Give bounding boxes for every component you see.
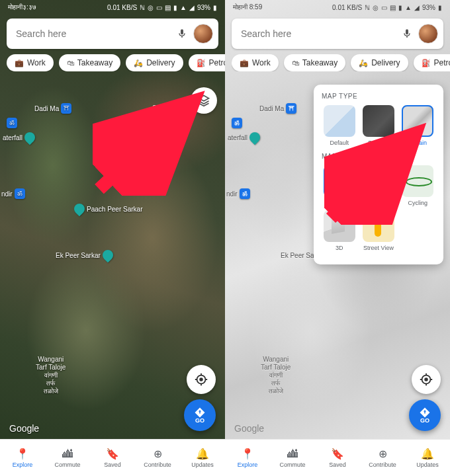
place-icon (100, 248, 115, 263)
nav-saved[interactable]: 🔖Saved (315, 440, 360, 476)
panel-heading-details: MAP DETAILS (322, 153, 435, 160)
battery-pct: 93% (422, 4, 435, 11)
map-pin-ek[interactable]: Ek Peer Sarkar (56, 250, 113, 260)
nav-commute[interactable]: 🏙Commute (270, 440, 315, 476)
google-attribution: Google (9, 423, 39, 434)
nav-commute[interactable]: 🏙Commute (45, 440, 90, 476)
om-icon: ॐ (240, 188, 250, 199)
updates-icon: 🔔 (421, 448, 434, 460)
temple-icon: ⛩ (286, 103, 296, 114)
tile-cycling[interactable]: Cycling (400, 165, 435, 206)
briefcase-icon: 💼 (240, 59, 249, 67)
traffic-thumb-icon (363, 165, 394, 197)
tile-streetview[interactable]: Street View (361, 210, 396, 251)
battery-pct: 93% (197, 4, 210, 11)
profile-avatar[interactable] (193, 24, 213, 44)
go-label: GO (195, 417, 204, 424)
chip-delivery[interactable]: 🛵Delivery (351, 54, 408, 71)
tile-traffic[interactable]: Traffic (361, 165, 396, 206)
explore-icon: 📍 (241, 448, 254, 460)
map-area-wangani: Wangani Tarf Taloje वांगणी तर्फ तळोजे (261, 356, 291, 395)
category-chips: 💼Work 🛍Takeaway 🛵Delivery ⛽Petrol 🛒 (7, 54, 225, 71)
chip-petrol[interactable]: ⛽Petrol (414, 54, 451, 71)
map-pin-om[interactable]: ॐ (232, 118, 242, 128)
sim-icon: ▮ (173, 4, 177, 11)
mic-icon[interactable] (400, 26, 414, 41)
map-pin-om[interactable]: ॐ (7, 118, 17, 128)
default-thumb-icon (324, 105, 355, 137)
map-label-savarol: Savarol (152, 104, 175, 112)
search-bar[interactable] (232, 19, 443, 49)
tile-3d[interactable]: 3D (322, 210, 357, 251)
map-pin-mandir[interactable]: ndirॐ (1, 188, 25, 199)
status-time: मोहानी 8:59 (233, 3, 262, 11)
go-navigate-button[interactable]: GO (184, 399, 216, 431)
chip-work[interactable]: 💼Work (232, 54, 279, 71)
search-input[interactable] (16, 28, 175, 39)
maptype-grid: Default Satellite Terrain (322, 105, 435, 146)
updates-icon: 🔔 (196, 448, 209, 460)
map-pin-paach[interactable]: Paach Peer Sarkar (74, 204, 143, 214)
nav-explore[interactable]: 📍Explore (225, 440, 270, 476)
go-label: GO (420, 417, 429, 424)
bag-icon: 🛍 (67, 59, 74, 67)
chip-petrol[interactable]: ⛽Petrol (189, 54, 226, 71)
profile-avatar[interactable] (418, 24, 438, 44)
map-pin-dadi[interactable]: Dadi Ma⛩ (259, 103, 296, 114)
category-chips: 💼Work 🛍Takeaway 🛵Delivery ⛽Petrol (232, 54, 450, 71)
nav-saved[interactable]: 🔖Saved (90, 440, 135, 476)
search-input[interactable] (241, 28, 400, 39)
battery-icon: ▮ (213, 4, 217, 11)
nav-updates[interactable]: 🔔Updates (405, 440, 450, 476)
phone-left-satellite: मोहानी३:३७ 0.01 KB/S ℕ ◎ ▭ ▤ ▮ ▲ ◢ 93% ▮… (0, 0, 225, 476)
my-location-button[interactable] (187, 365, 216, 394)
google-attribution: Google (234, 423, 264, 434)
status-datarate: 0.01 KB/S (332, 4, 362, 11)
sim-icon: ▮ (398, 4, 402, 11)
mic-icon[interactable] (175, 26, 189, 41)
layers-button[interactable] (191, 87, 217, 114)
tile-satellite[interactable]: Satellite (361, 105, 396, 146)
chip-work[interactable]: 💼Work (7, 54, 54, 71)
tile-terrain[interactable]: Terrain (400, 105, 435, 146)
chip-delivery[interactable]: 🛵Delivery (126, 54, 183, 71)
nav-explore[interactable]: 📍Explore (0, 440, 45, 476)
pay-icon: ▭ (381, 4, 387, 11)
wifi-icon: ▲ (180, 4, 187, 11)
my-location-button[interactable] (412, 365, 441, 394)
commute-icon: 🏙 (62, 448, 73, 460)
map-pin-dadi[interactable]: Dadi Ma⛩ (34, 103, 71, 114)
phone-right-terrain: मोहानी 8:59 0.01 KB/S ℕ ◎ ▭ ▤ ▮ ▲ ◢ 93% … (225, 0, 450, 476)
pump-icon: ⛽ (197, 59, 206, 67)
nfc-icon: ℕ (140, 4, 145, 11)
streetview-thumb-icon (363, 210, 394, 242)
transport-thumb-icon (324, 165, 355, 197)
contribute-icon: ⊕ (154, 448, 162, 460)
nav-contribute[interactable]: ⊕Contribute (360, 440, 405, 476)
map-pin-waterfall[interactable]: aterfall (3, 132, 35, 143)
bag-icon: 🛍 (292, 59, 299, 67)
map-area-wangani: Wangani Tarf Taloje वांगणी तर्फ तळोजे (36, 356, 66, 395)
scooter-icon: 🛵 (359, 59, 368, 67)
terrain-thumb-icon (402, 105, 433, 137)
status-time: मोहानी३:३७ (8, 3, 36, 11)
explore-icon: 📍 (16, 448, 29, 460)
chip-takeaway[interactable]: 🛍Takeaway (284, 54, 345, 71)
status-icons: 0.01 KB/S ℕ ◎ ▭ ▤ ▮ ▲ ◢ 93% ▮ (332, 4, 442, 11)
chip-takeaway[interactable]: 🛍Takeaway (59, 54, 120, 71)
vibrate-icon: ▤ (390, 4, 396, 11)
tile-default[interactable]: Default (322, 105, 357, 146)
nav-updates[interactable]: 🔔Updates (180, 440, 225, 476)
bottom-nav: 📍Explore 🏙Commute 🔖Saved ⊕Contribute 🔔Up… (225, 439, 450, 476)
svg-point-1 (200, 378, 202, 381)
search-bar[interactable] (7, 19, 218, 49)
map-pin-mandir[interactable]: ndirॐ (226, 188, 250, 199)
map-pin-waterfall[interactable]: aterfall (228, 132, 260, 143)
nav-contribute[interactable]: ⊕Contribute (135, 440, 180, 476)
location-icon: ◎ (373, 4, 379, 11)
scooter-icon: 🛵 (134, 59, 143, 67)
go-navigate-button[interactable]: GO (409, 399, 441, 431)
bottom-nav: 📍Explore 🏙Commute 🔖Saved ⊕Contribute 🔔Up… (0, 439, 225, 476)
wifi-icon: ▲ (405, 4, 412, 11)
tile-transport[interactable]: Transport (322, 165, 357, 206)
